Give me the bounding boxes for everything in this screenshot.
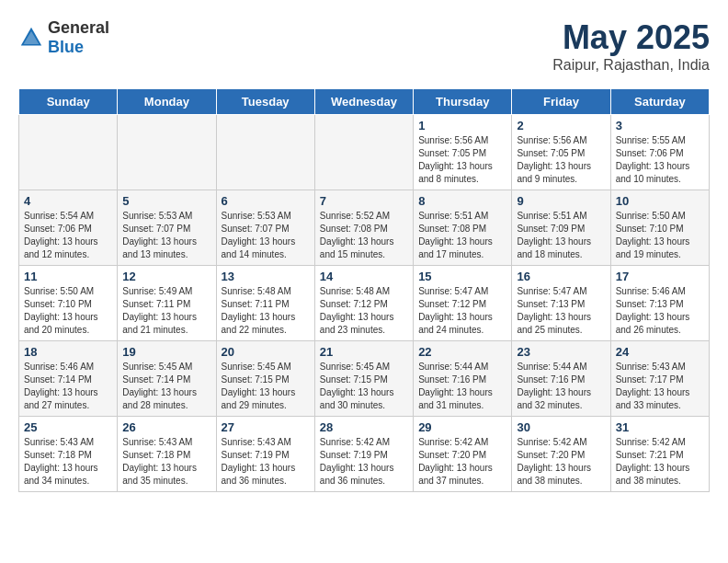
day-info: Sunrise: 5:49 AMSunset: 7:11 PMDaylight:… [122,285,210,337]
calendar-cell: 5Sunrise: 5:53 AMSunset: 7:07 PMDaylight… [118,190,216,266]
day-number: 15 [418,270,506,283]
day-info: Sunrise: 5:48 AMSunset: 7:11 PMDaylight:… [222,285,310,337]
calendar-cell: 23Sunrise: 5:44 AMSunset: 7:16 PMDayligh… [512,341,610,417]
day-info: Sunrise: 5:45 AMSunset: 7:15 PMDaylight:… [222,361,310,412]
calendar-cell: 9Sunrise: 5:51 AMSunset: 7:09 PMDaylight… [512,190,610,266]
calendar-week-5: 25Sunrise: 5:43 AMSunset: 7:18 PMDayligh… [19,417,710,492]
weekday-header-saturday: Saturday [610,89,709,115]
day-number: 4 [24,194,112,208]
day-info: Sunrise: 5:44 AMSunset: 7:16 PMDaylight:… [418,361,506,412]
day-number: 30 [517,420,605,434]
calendar-week-2: 4Sunrise: 5:54 AMSunset: 7:06 PMDaylight… [19,190,710,266]
day-info: Sunrise: 5:43 AMSunset: 7:17 PMDaylight:… [616,361,704,412]
calendar-cell: 8Sunrise: 5:51 AMSunset: 7:08 PMDaylight… [414,190,512,266]
day-info: Sunrise: 5:51 AMSunset: 7:08 PMDaylight:… [418,210,506,261]
day-info: Sunrise: 5:50 AMSunset: 7:10 PMDaylight:… [24,285,112,337]
weekday-header-tuesday: Tuesday [216,89,314,115]
day-info: Sunrise: 5:44 AMSunset: 7:16 PMDaylight:… [517,361,605,412]
calendar-cell [314,115,413,190]
day-info: Sunrise: 5:45 AMSunset: 7:15 PMDaylight:… [320,361,408,412]
calendar-cell: 20Sunrise: 5:45 AMSunset: 7:15 PMDayligh… [216,341,314,417]
day-number: 1 [418,119,506,132]
day-number: 22 [418,345,506,359]
day-info: Sunrise: 5:42 AMSunset: 7:20 PMDaylight:… [418,436,506,488]
day-info: Sunrise: 5:45 AMSunset: 7:14 PMDaylight:… [122,361,210,412]
calendar-week-3: 11Sunrise: 5:50 AMSunset: 7:10 PMDayligh… [19,266,710,341]
calendar-cell [118,115,216,190]
day-info: Sunrise: 5:47 AMSunset: 7:12 PMDaylight:… [418,285,506,337]
day-info: Sunrise: 5:42 AMSunset: 7:21 PMDaylight:… [616,436,704,488]
calendar-cell [216,115,314,190]
calendar-cell: 2Sunrise: 5:56 AMSunset: 7:05 PMDaylight… [512,115,610,190]
day-number: 3 [616,119,704,132]
weekday-header-wednesday: Wednesday [314,89,413,115]
calendar-cell: 28Sunrise: 5:42 AMSunset: 7:19 PMDayligh… [314,417,413,492]
calendar-cell: 15Sunrise: 5:47 AMSunset: 7:12 PMDayligh… [414,266,512,341]
logo-icon [18,25,44,51]
calendar-cell: 17Sunrise: 5:46 AMSunset: 7:13 PMDayligh… [610,266,709,341]
day-info: Sunrise: 5:55 AMSunset: 7:06 PMDaylight:… [616,134,704,186]
calendar-cell: 31Sunrise: 5:42 AMSunset: 7:21 PMDayligh… [610,417,709,492]
day-info: Sunrise: 5:53 AMSunset: 7:07 PMDaylight:… [222,210,310,261]
day-info: Sunrise: 5:56 AMSunset: 7:05 PMDaylight:… [418,134,506,186]
day-info: Sunrise: 5:46 AMSunset: 7:13 PMDaylight:… [616,285,704,337]
day-number: 12 [122,270,210,283]
calendar-cell: 22Sunrise: 5:44 AMSunset: 7:16 PMDayligh… [414,341,512,417]
calendar-cell: 29Sunrise: 5:42 AMSunset: 7:20 PMDayligh… [414,417,512,492]
day-number: 7 [320,194,408,208]
day-info: Sunrise: 5:48 AMSunset: 7:12 PMDaylight:… [320,285,408,337]
day-number: 13 [222,270,310,283]
day-info: Sunrise: 5:42 AMSunset: 7:19 PMDaylight:… [320,436,408,488]
day-number: 2 [517,119,605,132]
calendar-cell: 25Sunrise: 5:43 AMSunset: 7:18 PMDayligh… [19,417,118,492]
day-number: 6 [222,194,310,208]
calendar-cell: 13Sunrise: 5:48 AMSunset: 7:11 PMDayligh… [216,266,314,341]
calendar-table: SundayMondayTuesdayWednesdayThursdayFrid… [18,88,710,492]
day-number: 29 [418,420,506,434]
logo: General Blue [18,18,109,57]
logo-general-text: General [48,18,109,37]
calendar-cell: 30Sunrise: 5:42 AMSunset: 7:20 PMDayligh… [512,417,610,492]
calendar-cell: 26Sunrise: 5:43 AMSunset: 7:18 PMDayligh… [118,417,216,492]
day-info: Sunrise: 5:51 AMSunset: 7:09 PMDaylight:… [517,210,605,261]
weekday-header-friday: Friday [512,89,610,115]
day-info: Sunrise: 5:47 AMSunset: 7:13 PMDaylight:… [517,285,605,337]
calendar-cell: 11Sunrise: 5:50 AMSunset: 7:10 PMDayligh… [19,266,118,341]
weekday-header-sunday: Sunday [19,89,118,115]
day-number: 23 [517,345,605,359]
calendar-cell: 18Sunrise: 5:46 AMSunset: 7:14 PMDayligh… [19,341,118,417]
day-number: 14 [320,270,408,283]
weekday-header-thursday: Thursday [414,89,512,115]
calendar-cell: 7Sunrise: 5:52 AMSunset: 7:08 PMDaylight… [314,190,413,266]
day-info: Sunrise: 5:50 AMSunset: 7:10 PMDaylight:… [616,210,704,261]
day-number: 26 [122,420,210,434]
page-header: General Blue May 2025 Raipur, Rajasthan,… [18,18,710,74]
calendar-cell: 21Sunrise: 5:45 AMSunset: 7:15 PMDayligh… [314,341,413,417]
day-number: 16 [517,270,605,283]
day-info: Sunrise: 5:46 AMSunset: 7:14 PMDaylight:… [24,361,112,412]
calendar-cell: 14Sunrise: 5:48 AMSunset: 7:12 PMDayligh… [314,266,413,341]
day-info: Sunrise: 5:43 AMSunset: 7:19 PMDaylight:… [222,436,310,488]
calendar-subtitle: Raipur, Rajasthan, India [552,57,710,74]
calendar-week-1: 1Sunrise: 5:56 AMSunset: 7:05 PMDaylight… [19,115,710,190]
calendar-week-4: 18Sunrise: 5:46 AMSunset: 7:14 PMDayligh… [19,341,710,417]
calendar-cell: 19Sunrise: 5:45 AMSunset: 7:14 PMDayligh… [118,341,216,417]
calendar-cell: 24Sunrise: 5:43 AMSunset: 7:17 PMDayligh… [610,341,709,417]
day-number: 21 [320,345,408,359]
day-info: Sunrise: 5:43 AMSunset: 7:18 PMDaylight:… [122,436,210,488]
day-number: 27 [222,420,310,434]
calendar-cell: 1Sunrise: 5:56 AMSunset: 7:05 PMDaylight… [414,115,512,190]
day-info: Sunrise: 5:43 AMSunset: 7:18 PMDaylight:… [24,436,112,488]
day-number: 31 [616,420,704,434]
calendar-title: May 2025 [552,18,710,57]
day-info: Sunrise: 5:54 AMSunset: 7:06 PMDaylight:… [24,210,112,261]
day-info: Sunrise: 5:53 AMSunset: 7:07 PMDaylight:… [122,210,210,261]
day-number: 17 [616,270,704,283]
calendar-cell: 3Sunrise: 5:55 AMSunset: 7:06 PMDaylight… [610,115,709,190]
day-number: 8 [418,194,506,208]
day-info: Sunrise: 5:56 AMSunset: 7:05 PMDaylight:… [517,134,605,186]
day-number: 11 [24,270,112,283]
day-number: 10 [616,194,704,208]
calendar-cell: 12Sunrise: 5:49 AMSunset: 7:11 PMDayligh… [118,266,216,341]
weekday-header-monday: Monday [118,89,216,115]
